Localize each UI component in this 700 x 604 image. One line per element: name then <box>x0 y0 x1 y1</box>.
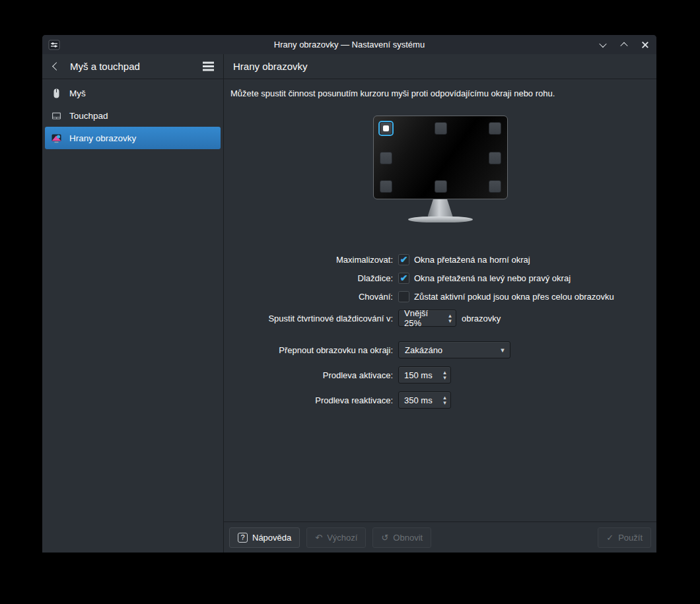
app-icon[interactable] <box>48 39 60 51</box>
edge-button-middle-right[interactable] <box>489 152 501 164</box>
behavior-checkbox[interactable] <box>398 291 409 302</box>
hamburger-icon <box>203 65 214 67</box>
sidebar-header-title: Myš a touchpad <box>70 61 140 72</box>
sidebar-item-touchpad[interactable]: Touchpad <box>45 104 221 127</box>
window-controls <box>598 40 650 50</box>
screen-edges-icon <box>51 133 62 144</box>
quarter-tiling-spinbox[interactable]: Vnější 25% ▴ ▾ <box>398 310 456 327</box>
spin-down-button[interactable]: ▾ <box>443 400 446 405</box>
maximize-label: Maximalizovat: <box>230 255 393 265</box>
chevron-down-icon <box>599 40 606 47</box>
reset-button-label: Obnovit <box>393 533 423 543</box>
quarter-tiling-suffix: obrazovky <box>462 314 501 323</box>
touchpad-icon <box>51 110 62 121</box>
reset-button[interactable]: ↺ Obnovit <box>372 527 431 548</box>
chevron-up-icon <box>620 42 627 49</box>
main-header: Hrany obrazovky <box>224 54 656 79</box>
help-icon: ? <box>238 533 248 543</box>
check-icon: ✔ <box>400 255 408 264</box>
behavior-checkbox-label[interactable]: Zůstat aktivní pokud jsou okna přes celo… <box>414 292 614 302</box>
sidebar: Myš a touchpad Myš <box>42 54 224 553</box>
spinner-arrows: ▴ ▾ <box>439 395 450 405</box>
sidebar-item-label: Touchpad <box>69 111 108 121</box>
edge-button-bottom-left[interactable] <box>380 180 392 193</box>
back-chevron-icon <box>52 62 61 71</box>
system-settings-icon <box>48 39 60 51</box>
close-icon <box>641 41 649 49</box>
maximize-checkbox-label[interactable]: Okna přetažená na horní okraj <box>414 255 530 265</box>
defaults-button[interactable]: ↶ Výchozí <box>306 527 366 548</box>
main-panel: Hrany obrazovky Můžete spustit činnost p… <box>224 54 656 553</box>
defaults-button-label: Výchozí <box>327 533 357 543</box>
quarter-tiling-label: Spustit čtvrtinové dlaždicování v: <box>230 314 393 323</box>
close-button[interactable] <box>640 40 650 50</box>
tiles-label: Dlaždice: <box>230 273 393 283</box>
switch-screen-value: Zakázáno <box>399 345 495 355</box>
spinner-arrows: ▴ ▾ <box>444 313 456 323</box>
minimize-button[interactable] <box>598 40 608 50</box>
help-button-label: Nápověda <box>252 533 291 543</box>
edge-button-bottom-center[interactable] <box>435 180 447 193</box>
maximize-button[interactable] <box>619 40 629 50</box>
sidebar-list: Myš Touchpad <box>42 79 223 152</box>
defaults-icon: ↶ <box>315 533 322 542</box>
menu-button[interactable] <box>198 58 218 75</box>
edge-button-bottom-right[interactable] <box>489 180 501 193</box>
sidebar-item-label: Hrany obrazovky <box>69 133 136 143</box>
activation-delay-label: Prodleva aktivace: <box>230 370 393 380</box>
combo-arrow-icon: ▾ <box>495 346 510 354</box>
monitor-screen <box>373 116 508 199</box>
reset-icon: ↺ <box>381 533 388 542</box>
apply-check-icon: ✓ <box>606 533 613 542</box>
mouse-icon <box>51 88 62 99</box>
edge-button-top-left[interactable] <box>380 122 392 135</box>
system-settings-window: Hrany obrazovky — Nastavení systému Myš … <box>42 35 656 553</box>
sidebar-item-screen-edges[interactable]: Hrany obrazovky <box>45 127 221 149</box>
spinner-arrows: ▴ ▾ <box>439 370 450 380</box>
spin-down-button[interactable]: ▾ <box>443 375 446 380</box>
reactivation-delay-label: Prodleva reaktivace: <box>230 395 393 405</box>
monitor-graphic <box>373 116 508 222</box>
window-title: Hrany obrazovky — Nastavení systému <box>42 40 656 50</box>
help-button[interactable]: ? Nápověda <box>229 527 300 548</box>
switch-screen-label: Přepnout obrazovku na okraji: <box>230 345 393 355</box>
maximize-checkbox[interactable]: ✔ <box>398 254 409 265</box>
switch-screen-select[interactable]: Zakázáno ▾ <box>398 341 510 358</box>
sidebar-item-mouse[interactable]: Myš <box>45 82 221 104</box>
page-description: Můžete spustit činnost posunutím kurzoru… <box>230 88 650 98</box>
sidebar-header: Myš a touchpad <box>42 54 223 79</box>
titlebar[interactable]: Hrany obrazovky — Nastavení systému <box>42 35 656 54</box>
monitor-stand <box>428 199 453 217</box>
back-button[interactable] <box>48 58 65 75</box>
activation-delay-input[interactable]: 150 ms <box>399 370 439 380</box>
apply-button[interactable]: ✓ Použít <box>598 527 651 548</box>
reactivation-delay-input[interactable]: 350 ms <box>399 395 439 405</box>
edge-button-top-center[interactable] <box>435 122 447 135</box>
page-title: Hrany obrazovky <box>233 61 308 72</box>
quarter-tiling-input[interactable]: Vnější 25% <box>399 308 444 328</box>
monitor-base <box>408 217 473 222</box>
spin-down-button[interactable]: ▾ <box>448 318 452 323</box>
settings-form: Maximalizovat: ✔ Okna přetažená na horní… <box>230 250 650 410</box>
tiles-checkbox[interactable]: ✔ <box>398 273 409 284</box>
check-icon: ✔ <box>400 273 408 283</box>
main-body: Můžete spustit činnost posunutím kurzoru… <box>224 79 656 521</box>
activation-delay-spinbox[interactable]: 150 ms ▴ ▾ <box>398 366 451 384</box>
apply-button-label: Použít <box>618 533 643 543</box>
edge-button-top-right[interactable] <box>489 122 501 135</box>
behavior-label: Chování: <box>230 292 393 302</box>
sidebar-item-label: Myš <box>69 88 86 98</box>
edge-button-middle-left[interactable] <box>380 152 392 164</box>
footer-toolbar: ? Nápověda ↶ Výchozí ↺ Obnovit ✓ Použít <box>224 521 656 553</box>
tiles-checkbox-label[interactable]: Okna přetažená na levý nebo pravý okraj <box>414 273 571 283</box>
reactivation-delay-spinbox[interactable]: 350 ms ▴ ▾ <box>398 391 451 409</box>
